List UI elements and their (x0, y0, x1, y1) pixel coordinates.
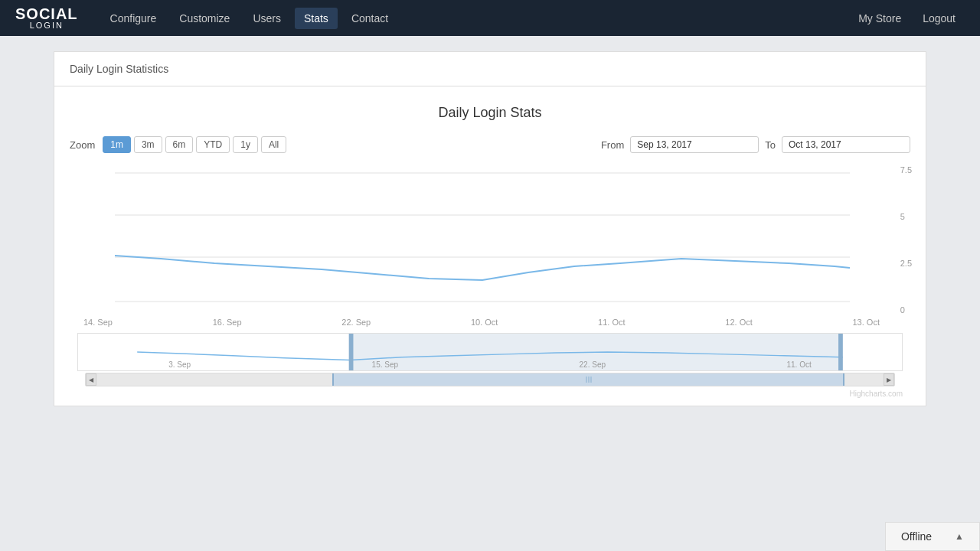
x-axis-labels: 14. Sep 16. Sep 22. Sep 10. Oct 11. Oct … (83, 318, 880, 330)
highcharts-credit: Highcharts.com (70, 390, 903, 398)
nav-left: SOCIAL LOGIN Configure Customize Users S… (15, 6, 397, 30)
scroll-thumb[interactable] (332, 373, 844, 386)
navigator: 3. Sep 15. Sep 22. Sep 11. Oct ◀ (77, 333, 903, 386)
x-label-0: 14. Sep (83, 318, 113, 327)
y-label-0: 0 (900, 305, 912, 315)
zoom-6m[interactable]: 6m (165, 136, 194, 153)
zoom-controls: Zoom 1m 3m 6m YTD 1y All (70, 136, 286, 153)
zoom-1m[interactable]: 1m (103, 136, 131, 153)
scroll-track (96, 373, 884, 386)
from-label: From (601, 139, 624, 151)
nav-logout[interactable]: Logout (913, 8, 965, 29)
nav-links: Configure Customize Users Stats Contact (101, 8, 398, 29)
nav-configure[interactable]: Configure (101, 8, 166, 29)
y-axis-labels: 7.5 5 2.5 0 (900, 165, 912, 315)
x-label-2: 22. Sep (341, 318, 371, 327)
navigator-chart: 3. Sep 15. Sep 22. Sep 11. Oct (77, 333, 903, 371)
offline-badge: Offline ▲ (885, 522, 980, 551)
scroll-left-arrow[interactable]: ◀ (86, 373, 96, 386)
y-label-7.5: 7.5 (900, 165, 912, 174)
chart-controls: Zoom 1m 3m 6m YTD 1y All From To (70, 136, 910, 153)
scroll-grip (586, 377, 591, 383)
nav-users[interactable]: Users (243, 8, 290, 29)
zoom-ytd[interactable]: YTD (196, 136, 230, 153)
zoom-all[interactable]: All (261, 136, 286, 153)
breadcrumb: Daily Login Statistics (54, 51, 926, 86)
grip-line-1 (586, 377, 586, 383)
scrollbar: ◀ ▶ (85, 373, 895, 386)
offline-label: Offline (901, 530, 932, 543)
nav-contact[interactable]: Contact (342, 8, 397, 29)
chart-area-wrapper: 7.5 5 2.5 0 (77, 165, 887, 315)
page-wrapper: Daily Login Statistics Daily Login Stats… (54, 36, 926, 422)
nav-my-store[interactable]: My Store (849, 8, 910, 29)
x-label-1: 16. Sep (213, 318, 242, 327)
svg-rect-5 (349, 334, 354, 370)
logo: SOCIAL LOGIN (15, 6, 78, 30)
chart-title: Daily Login Stats (70, 105, 910, 121)
y-label-2.5: 2.5 (900, 259, 912, 268)
chart-container: Daily Login Stats Zoom 1m 3m 6m YTD 1y A… (54, 86, 926, 406)
grip-line-2 (588, 377, 589, 383)
grip-line-3 (590, 377, 591, 383)
nav-stats[interactable]: Stats (295, 8, 338, 29)
nav-right: My Store Logout (849, 8, 965, 29)
offline-expand-icon[interactable]: ▲ (955, 531, 964, 542)
zoom-label: Zoom (70, 139, 95, 151)
x-label-6: 13. Oct (852, 318, 879, 327)
zoom-1y[interactable]: 1y (233, 136, 258, 153)
x-label-4: 11. Oct (598, 318, 625, 327)
x-label-5: 12. Oct (725, 318, 752, 327)
logo-login-text: LOGIN (15, 21, 78, 30)
scroll-right-arrow[interactable]: ▶ (884, 373, 894, 386)
y-label-5: 5 (900, 212, 912, 221)
navigation: SOCIAL LOGIN Configure Customize Users S… (0, 0, 980, 36)
zoom-3m[interactable]: 3m (134, 136, 162, 153)
x-label-3: 10. Oct (471, 318, 498, 327)
date-range: From To (601, 136, 910, 153)
svg-rect-6 (838, 334, 843, 370)
chart-svg (77, 165, 887, 315)
navigator-svg (78, 334, 902, 370)
from-date-input[interactable] (630, 136, 759, 153)
breadcrumb-text: Daily Login Statistics (70, 63, 168, 75)
to-date-input[interactable] (782, 136, 910, 153)
to-label: To (765, 139, 776, 151)
nav-customize[interactable]: Customize (170, 8, 239, 29)
logo-social-text: SOCIAL (15, 6, 78, 21)
